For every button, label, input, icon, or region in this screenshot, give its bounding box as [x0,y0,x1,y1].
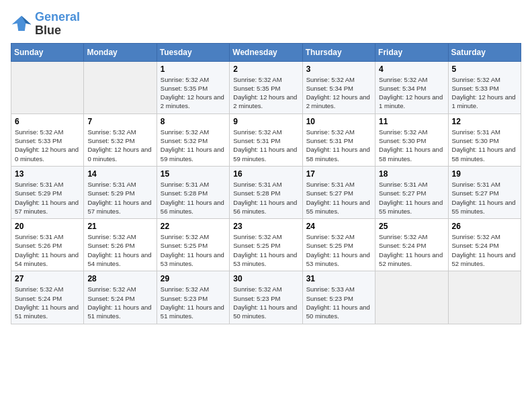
calendar-cell: 27Sunrise: 5:32 AMSunset: 5:24 PMDayligh… [11,271,84,324]
col-header-saturday: Saturday [448,43,521,61]
day-info: Sunrise: 5:32 AMSunset: 5:33 PMDaylight:… [15,128,80,163]
day-number: 10 [306,117,371,126]
day-number: 26 [452,222,517,231]
calendar-cell: 15Sunrise: 5:31 AMSunset: 5:28 PMDayligh… [157,166,229,218]
day-number: 15 [161,169,226,179]
col-header-wednesday: Wednesday [230,43,302,61]
calendar-cell: 19Sunrise: 5:31 AMSunset: 5:27 PMDayligh… [448,166,521,218]
logo-icon [11,15,32,34]
calendar-cell: 10Sunrise: 5:32 AMSunset: 5:31 PMDayligh… [302,113,375,166]
calendar-cell [84,61,157,113]
calendar-cell: 16Sunrise: 5:31 AMSunset: 5:28 PMDayligh… [230,166,302,218]
day-number: 30 [233,274,298,283]
day-info: Sunrise: 5:32 AMSunset: 5:25 PMDaylight:… [161,232,226,268]
day-info: Sunrise: 5:31 AMSunset: 5:29 PMDaylight:… [15,180,80,216]
calendar-cell: 7Sunrise: 5:32 AMSunset: 5:32 PMDaylight… [84,113,157,166]
calendar-cell [11,61,84,113]
day-info: Sunrise: 5:31 AMSunset: 5:27 PMDaylight:… [379,180,444,216]
day-number: 11 [379,117,444,126]
day-info: Sunrise: 5:32 AMSunset: 5:31 PMDaylight:… [306,128,371,163]
calendar-cell: 22Sunrise: 5:32 AMSunset: 5:25 PMDayligh… [157,219,229,271]
calendar-table: SundayMondayTuesdayWednesdayThursdayFrid… [11,43,521,324]
day-info: Sunrise: 5:31 AMSunset: 5:29 PMDaylight:… [87,180,152,216]
calendar-week-3: 13Sunrise: 5:31 AMSunset: 5:29 PMDayligh… [11,166,521,218]
day-info: Sunrise: 5:32 AMSunset: 5:25 PMDaylight:… [306,232,371,268]
col-header-tuesday: Tuesday [157,43,229,61]
day-number: 16 [233,169,298,179]
day-info: Sunrise: 5:32 AMSunset: 5:32 PMDaylight:… [87,128,152,163]
calendar-cell: 25Sunrise: 5:32 AMSunset: 5:24 PMDayligh… [375,219,448,271]
day-info: Sunrise: 5:32 AMSunset: 5:33 PMDaylight:… [452,75,517,111]
day-number: 22 [161,222,226,231]
day-number: 27 [15,274,80,283]
col-header-friday: Friday [375,43,448,61]
calendar-cell: 26Sunrise: 5:32 AMSunset: 5:24 PMDayligh… [448,219,521,271]
day-info: Sunrise: 5:32 AMSunset: 5:24 PMDaylight:… [15,285,80,320]
day-number: 6 [15,117,80,126]
calendar-cell: 5Sunrise: 5:32 AMSunset: 5:33 PMDaylight… [448,61,521,113]
calendar-cell: 6Sunrise: 5:32 AMSunset: 5:33 PMDaylight… [11,113,84,166]
day-info: Sunrise: 5:32 AMSunset: 5:26 PMDaylight:… [87,232,152,268]
calendar-week-2: 6Sunrise: 5:32 AMSunset: 5:33 PMDaylight… [11,113,521,166]
calendar-week-5: 27Sunrise: 5:32 AMSunset: 5:24 PMDayligh… [11,271,521,324]
logo-text: GeneralBlue [35,11,80,38]
calendar-cell: 8Sunrise: 5:32 AMSunset: 5:32 PMDaylight… [157,113,229,166]
day-number: 21 [87,222,152,231]
day-number: 24 [306,222,371,231]
day-number: 3 [306,64,371,74]
day-info: Sunrise: 5:32 AMSunset: 5:24 PMDaylight:… [452,232,517,268]
day-info: Sunrise: 5:32 AMSunset: 5:35 PMDaylight:… [233,75,298,111]
day-info: Sunrise: 5:31 AMSunset: 5:28 PMDaylight:… [161,180,226,216]
day-info: Sunrise: 5:31 AMSunset: 5:30 PMDaylight:… [452,128,517,163]
day-number: 31 [306,274,371,283]
day-number: 29 [161,274,226,283]
day-info: Sunrise: 5:32 AMSunset: 5:32 PMDaylight:… [161,128,226,163]
page-header: GeneralBlue [11,11,521,38]
calendar-cell: 18Sunrise: 5:31 AMSunset: 5:27 PMDayligh… [375,166,448,218]
day-number: 4 [379,64,444,74]
calendar-cell: 3Sunrise: 5:32 AMSunset: 5:34 PMDaylight… [302,61,375,113]
day-info: Sunrise: 5:32 AMSunset: 5:23 PMDaylight:… [161,285,226,320]
day-info: Sunrise: 5:32 AMSunset: 5:34 PMDaylight:… [379,75,444,111]
calendar-cell: 9Sunrise: 5:32 AMSunset: 5:31 PMDaylight… [230,113,302,166]
day-number: 23 [233,222,298,231]
day-info: Sunrise: 5:31 AMSunset: 5:28 PMDaylight:… [233,180,298,216]
calendar-week-1: 1Sunrise: 5:32 AMSunset: 5:35 PMDaylight… [11,61,521,113]
day-number: 8 [161,117,226,126]
calendar-cell: 11Sunrise: 5:32 AMSunset: 5:30 PMDayligh… [375,113,448,166]
col-header-thursday: Thursday [302,43,375,61]
day-number: 5 [452,64,517,74]
day-info: Sunrise: 5:32 AMSunset: 5:30 PMDaylight:… [379,128,444,163]
day-info: Sunrise: 5:33 AMSunset: 5:23 PMDaylight:… [306,285,371,320]
day-number: 12 [452,117,517,126]
day-info: Sunrise: 5:31 AMSunset: 5:27 PMDaylight:… [452,180,517,216]
calendar-cell: 13Sunrise: 5:31 AMSunset: 5:29 PMDayligh… [11,166,84,218]
calendar-cell [375,271,448,324]
day-info: Sunrise: 5:32 AMSunset: 5:23 PMDaylight:… [233,285,298,320]
day-number: 25 [379,222,444,231]
day-number: 18 [379,169,444,179]
calendar-cell: 30Sunrise: 5:32 AMSunset: 5:23 PMDayligh… [230,271,302,324]
logo: GeneralBlue [11,11,80,38]
day-number: 19 [452,169,517,179]
calendar-cell: 28Sunrise: 5:32 AMSunset: 5:24 PMDayligh… [84,271,157,324]
col-header-sunday: Sunday [11,43,84,61]
calendar-cell: 1Sunrise: 5:32 AMSunset: 5:35 PMDaylight… [157,61,229,113]
calendar-cell: 4Sunrise: 5:32 AMSunset: 5:34 PMDaylight… [375,61,448,113]
day-info: Sunrise: 5:31 AMSunset: 5:26 PMDaylight:… [15,232,80,268]
day-number: 28 [87,274,152,283]
day-number: 14 [87,169,152,179]
calendar-cell: 12Sunrise: 5:31 AMSunset: 5:30 PMDayligh… [448,113,521,166]
calendar-cell: 14Sunrise: 5:31 AMSunset: 5:29 PMDayligh… [84,166,157,218]
calendar-cell: 29Sunrise: 5:32 AMSunset: 5:23 PMDayligh… [157,271,229,324]
day-info: Sunrise: 5:32 AMSunset: 5:31 PMDaylight:… [233,128,298,163]
calendar-cell: 23Sunrise: 5:32 AMSunset: 5:25 PMDayligh… [230,219,302,271]
col-header-monday: Monday [84,43,157,61]
day-number: 2 [233,64,298,74]
day-number: 17 [306,169,371,179]
day-info: Sunrise: 5:32 AMSunset: 5:35 PMDaylight:… [161,75,226,111]
calendar-week-4: 20Sunrise: 5:31 AMSunset: 5:26 PMDayligh… [11,219,521,271]
calendar-cell: 21Sunrise: 5:32 AMSunset: 5:26 PMDayligh… [84,219,157,271]
day-info: Sunrise: 5:32 AMSunset: 5:24 PMDaylight:… [87,285,152,320]
day-number: 7 [87,117,152,126]
